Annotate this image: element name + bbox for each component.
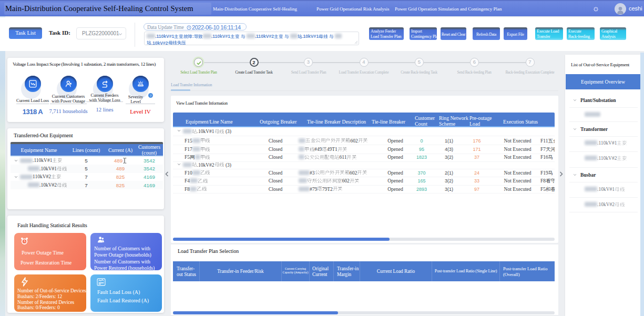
svg-text:?: ?: [150, 94, 151, 97]
